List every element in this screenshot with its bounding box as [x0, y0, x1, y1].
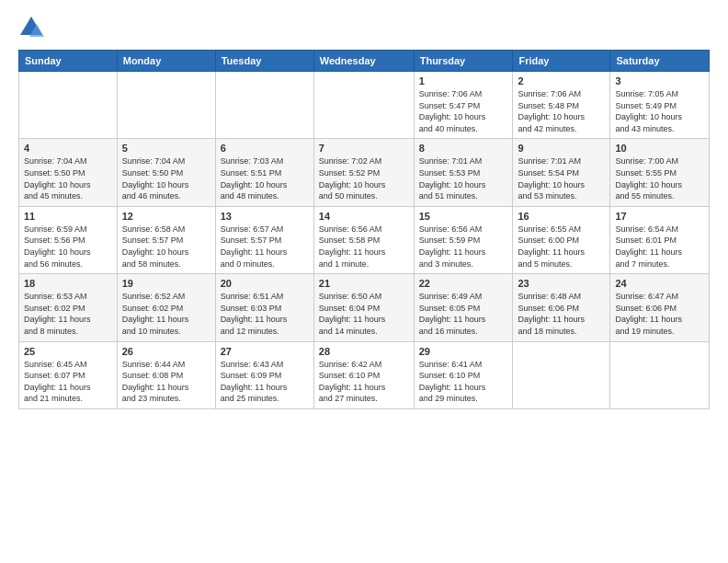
- day-number: 11: [24, 211, 112, 222]
- calendar-header-row: SundayMondayTuesdayWednesdayThursdayFrid…: [19, 51, 710, 72]
- calendar-cell: [19, 72, 118, 139]
- calendar-cell: 23Sunrise: 6:48 AMSunset: 6:06 PMDayligh…: [513, 274, 610, 341]
- calendar-cell: 16Sunrise: 6:55 AMSunset: 6:00 PMDayligh…: [513, 206, 610, 273]
- day-info: Sunrise: 7:04 AMSunset: 5:50 PMDaylight:…: [122, 155, 210, 201]
- day-number: 1: [419, 75, 508, 86]
- day-info: Sunrise: 6:44 AMSunset: 6:08 PMDaylight:…: [122, 359, 210, 405]
- day-number: 5: [122, 143, 210, 154]
- day-info: Sunrise: 6:42 AMSunset: 6:10 PMDaylight:…: [319, 359, 409, 405]
- day-number: 21: [319, 278, 409, 289]
- day-number: 27: [221, 346, 309, 357]
- calendar-cell: [313, 72, 414, 139]
- calendar-cell: 17Sunrise: 6:54 AMSunset: 6:01 PMDayligh…: [610, 206, 710, 273]
- day-number: 26: [122, 346, 210, 357]
- day-info: Sunrise: 6:48 AMSunset: 6:06 PMDaylight:…: [518, 291, 605, 337]
- calendar-cell: 27Sunrise: 6:43 AMSunset: 6:09 PMDayligh…: [215, 341, 313, 408]
- day-info: Sunrise: 6:52 AMSunset: 6:02 PMDaylight:…: [122, 291, 210, 337]
- day-number: 18: [24, 278, 112, 289]
- day-header-friday: Friday: [513, 51, 610, 72]
- day-info: Sunrise: 7:01 AMSunset: 5:54 PMDaylight:…: [518, 155, 605, 201]
- header: [18, 15, 710, 40]
- calendar-cell: [215, 72, 313, 139]
- day-info: Sunrise: 6:57 AMSunset: 5:57 PMDaylight:…: [221, 224, 309, 270]
- day-info: Sunrise: 6:43 AMSunset: 6:09 PMDaylight:…: [221, 359, 309, 405]
- day-info: Sunrise: 6:45 AMSunset: 6:07 PMDaylight:…: [24, 359, 112, 405]
- calendar-cell: 15Sunrise: 6:56 AMSunset: 5:59 PMDayligh…: [414, 206, 513, 273]
- calendar-cell: 19Sunrise: 6:52 AMSunset: 6:02 PMDayligh…: [117, 274, 215, 341]
- day-number: 4: [24, 143, 112, 154]
- day-number: 10: [615, 143, 704, 154]
- day-number: 20: [221, 278, 309, 289]
- day-info: Sunrise: 7:06 AMSunset: 5:47 PMDaylight:…: [419, 88, 508, 134]
- page: SundayMondayTuesdayWednesdayThursdayFrid…: [0, 0, 728, 563]
- calendar-cell: 18Sunrise: 6:53 AMSunset: 6:02 PMDayligh…: [19, 274, 118, 341]
- day-number: 16: [518, 211, 605, 222]
- day-info: Sunrise: 6:49 AMSunset: 6:05 PMDaylight:…: [419, 291, 508, 337]
- logo-icon: [18, 15, 44, 40]
- week-row-1: 4Sunrise: 7:04 AMSunset: 5:50 PMDaylight…: [19, 139, 710, 206]
- day-number: 22: [419, 278, 508, 289]
- day-number: 28: [319, 346, 409, 357]
- calendar-cell: 7Sunrise: 7:02 AMSunset: 5:52 PMDaylight…: [313, 139, 414, 206]
- calendar-cell: 2Sunrise: 7:06 AMSunset: 5:48 PMDaylight…: [513, 72, 610, 139]
- day-info: Sunrise: 6:54 AMSunset: 6:01 PMDaylight:…: [615, 224, 704, 270]
- day-info: Sunrise: 6:50 AMSunset: 6:04 PMDaylight:…: [319, 291, 409, 337]
- day-header-monday: Monday: [117, 51, 215, 72]
- day-number: 14: [319, 211, 409, 222]
- calendar: SundayMondayTuesdayWednesdayThursdayFrid…: [18, 50, 710, 409]
- calendar-cell: [117, 72, 215, 139]
- day-info: Sunrise: 7:03 AMSunset: 5:51 PMDaylight:…: [221, 155, 309, 201]
- day-number: 29: [419, 346, 508, 357]
- calendar-cell: 5Sunrise: 7:04 AMSunset: 5:50 PMDaylight…: [117, 139, 215, 206]
- day-info: Sunrise: 6:58 AMSunset: 5:57 PMDaylight:…: [122, 224, 210, 270]
- calendar-cell: 1Sunrise: 7:06 AMSunset: 5:47 PMDaylight…: [414, 72, 513, 139]
- calendar-cell: 11Sunrise: 6:59 AMSunset: 5:56 PMDayligh…: [19, 206, 118, 273]
- calendar-cell: 14Sunrise: 6:56 AMSunset: 5:58 PMDayligh…: [313, 206, 414, 273]
- calendar-cell: 10Sunrise: 7:00 AMSunset: 5:55 PMDayligh…: [610, 139, 710, 206]
- day-info: Sunrise: 7:00 AMSunset: 5:55 PMDaylight:…: [615, 155, 704, 201]
- day-info: Sunrise: 7:06 AMSunset: 5:48 PMDaylight:…: [518, 88, 605, 134]
- day-number: 8: [419, 143, 508, 154]
- day-number: 19: [122, 278, 210, 289]
- calendar-cell: 25Sunrise: 6:45 AMSunset: 6:07 PMDayligh…: [19, 341, 118, 408]
- day-info: Sunrise: 7:01 AMSunset: 5:53 PMDaylight:…: [419, 155, 508, 201]
- day-info: Sunrise: 6:59 AMSunset: 5:56 PMDaylight:…: [24, 224, 112, 270]
- day-number: 25: [24, 346, 112, 357]
- week-row-4: 25Sunrise: 6:45 AMSunset: 6:07 PMDayligh…: [19, 341, 710, 408]
- calendar-cell: [513, 341, 610, 408]
- day-number: 12: [122, 211, 210, 222]
- calendar-cell: 9Sunrise: 7:01 AMSunset: 5:54 PMDaylight…: [513, 139, 610, 206]
- day-info: Sunrise: 6:47 AMSunset: 6:06 PMDaylight:…: [615, 291, 704, 337]
- calendar-cell: [610, 341, 710, 408]
- day-header-sunday: Sunday: [19, 51, 118, 72]
- day-number: 17: [615, 211, 704, 222]
- calendar-cell: 20Sunrise: 6:51 AMSunset: 6:03 PMDayligh…: [215, 274, 313, 341]
- day-header-saturday: Saturday: [610, 51, 710, 72]
- calendar-cell: 28Sunrise: 6:42 AMSunset: 6:10 PMDayligh…: [313, 341, 414, 408]
- calendar-cell: 3Sunrise: 7:05 AMSunset: 5:49 PMDaylight…: [610, 72, 710, 139]
- calendar-cell: 6Sunrise: 7:03 AMSunset: 5:51 PMDaylight…: [215, 139, 313, 206]
- calendar-cell: 26Sunrise: 6:44 AMSunset: 6:08 PMDayligh…: [117, 341, 215, 408]
- day-header-wednesday: Wednesday: [313, 51, 414, 72]
- day-number: 9: [518, 143, 605, 154]
- week-row-3: 18Sunrise: 6:53 AMSunset: 6:02 PMDayligh…: [19, 274, 710, 341]
- day-info: Sunrise: 6:55 AMSunset: 6:00 PMDaylight:…: [518, 224, 605, 270]
- day-header-tuesday: Tuesday: [215, 51, 313, 72]
- calendar-cell: 8Sunrise: 7:01 AMSunset: 5:53 PMDaylight…: [414, 139, 513, 206]
- day-number: 3: [615, 75, 704, 86]
- day-info: Sunrise: 7:05 AMSunset: 5:49 PMDaylight:…: [615, 88, 704, 134]
- day-info: Sunrise: 6:53 AMSunset: 6:02 PMDaylight:…: [24, 291, 112, 337]
- calendar-cell: 4Sunrise: 7:04 AMSunset: 5:50 PMDaylight…: [19, 139, 118, 206]
- week-row-0: 1Sunrise: 7:06 AMSunset: 5:47 PMDaylight…: [19, 72, 710, 139]
- day-info: Sunrise: 6:51 AMSunset: 6:03 PMDaylight:…: [221, 291, 309, 337]
- day-number: 23: [518, 278, 605, 289]
- week-row-2: 11Sunrise: 6:59 AMSunset: 5:56 PMDayligh…: [19, 206, 710, 273]
- calendar-cell: 12Sunrise: 6:58 AMSunset: 5:57 PMDayligh…: [117, 206, 215, 273]
- day-number: 7: [319, 143, 409, 154]
- day-info: Sunrise: 6:56 AMSunset: 5:58 PMDaylight:…: [319, 224, 409, 270]
- calendar-cell: 22Sunrise: 6:49 AMSunset: 6:05 PMDayligh…: [414, 274, 513, 341]
- day-info: Sunrise: 6:56 AMSunset: 5:59 PMDaylight:…: [419, 224, 508, 270]
- day-number: 2: [518, 75, 605, 86]
- day-number: 15: [419, 211, 508, 222]
- calendar-cell: 13Sunrise: 6:57 AMSunset: 5:57 PMDayligh…: [215, 206, 313, 273]
